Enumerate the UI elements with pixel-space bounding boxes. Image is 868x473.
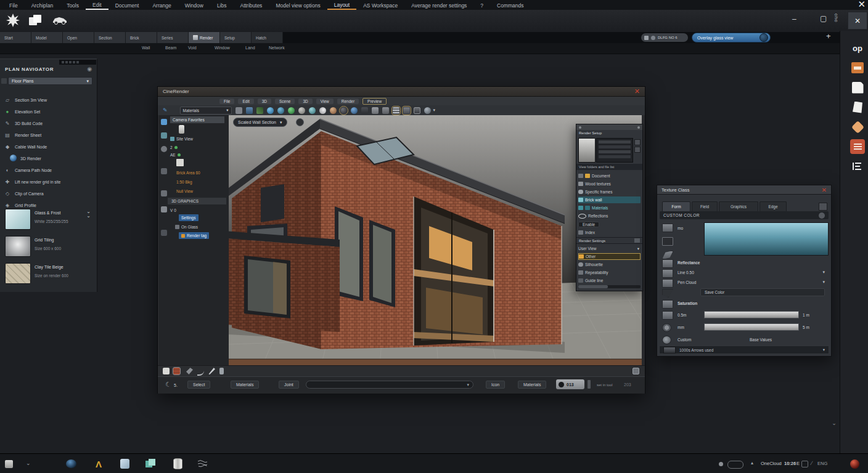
tool-item[interactable]: Land <box>245 46 255 50</box>
globe-icon[interactable] <box>277 107 284 114</box>
tool-item[interactable]: Void <box>188 46 197 50</box>
menu-item[interactable]: AS Workspace <box>356 1 404 9</box>
monitor-icon[interactable] <box>662 237 673 246</box>
shell-icon[interactable] <box>298 107 305 114</box>
user-view-dropdown[interactable]: User View ▾ <box>578 245 639 252</box>
list-tool-icon[interactable] <box>850 159 865 174</box>
object-thumb-small[interactable] <box>176 159 184 166</box>
taskbar-app-icon[interactable] <box>2 458 15 470</box>
nav-item[interactable]: ✎3D Build Code <box>0 118 97 129</box>
render-sphere-icon[interactable] <box>424 107 431 114</box>
white-swatch-icon[interactable] <box>163 368 170 374</box>
earth-icon[interactable] <box>267 107 274 114</box>
close-icon[interactable]: ✕ <box>822 187 827 193</box>
app-close-icon[interactable]: ✕ <box>858 0 866 10</box>
menu-item[interactable]: Window <box>178 1 210 9</box>
brick-swatch-icon[interactable] <box>173 368 180 374</box>
pen-tool-icon[interactable]: ✎ <box>163 107 168 113</box>
nav-item[interactable]: ✚Lift new render grid in site <box>0 176 97 187</box>
swirl-icon[interactable] <box>309 107 316 114</box>
terrain-tool-icon[interactable] <box>256 107 263 114</box>
menu-item-accent[interactable]: Layout <box>327 1 357 10</box>
framed-grid-icon[interactable] <box>403 107 410 114</box>
tray-checkbox[interactable] <box>801 461 808 467</box>
view-selector[interactable]: Overlay glass view <box>692 33 771 42</box>
nav-item[interactable]: ▱Section 3m View <box>0 94 97 105</box>
tree-section[interactable]: 3D GRAPHICS <box>168 198 226 204</box>
tab[interactable]: Hatch <box>252 32 283 43</box>
tree-item[interactable]: V 0 <box>170 207 176 214</box>
menu-chip[interactable]: View <box>316 99 334 104</box>
object-thumb[interactable] <box>179 125 184 134</box>
tree-item-view[interactable]: Brick Area 60 <box>176 169 200 176</box>
sliders-icon[interactable] <box>393 107 399 114</box>
texture-tab[interactable]: Graphics <box>719 201 758 211</box>
palette-item[interactable]: Specific frames <box>578 188 641 195</box>
app-layers-icon[interactable] <box>28 14 42 26</box>
nav-item[interactable]: ◇Clip of Camera <box>0 188 97 199</box>
head-icon[interactable] <box>330 107 337 114</box>
doc-icon[interactable] <box>219 368 224 374</box>
clock[interactable]: 10:26 <box>784 461 796 466</box>
chevron-down-icon[interactable]: ⌄⌄ <box>86 209 91 218</box>
menu-item[interactable]: File <box>2 1 25 9</box>
dark-sphere-icon[interactable] <box>340 107 347 114</box>
line-icon[interactable] <box>662 269 673 278</box>
tool-spheres-icon[interactable] <box>161 132 167 139</box>
texture-panel-titlebar[interactable]: Texture Class ✕ <box>657 185 831 195</box>
pen-tip-icon[interactable] <box>662 289 673 297</box>
menu-item[interactable]: Libs <box>210 1 234 9</box>
taskbar-lambda-icon[interactable]: Λ <box>92 458 105 470</box>
taskbar-layers-icon[interactable] <box>144 458 157 470</box>
screen-icon[interactable] <box>414 107 420 114</box>
globe2-icon[interactable] <box>351 107 358 114</box>
chevron-down-icon[interactable]: ▾ <box>433 108 436 113</box>
taskbar-sphere-icon[interactable] <box>65 458 77 470</box>
window-titlebar[interactable]: CineRender ✕ <box>158 87 645 97</box>
materials-dropdown[interactable]: Materials ▾ <box>180 107 232 115</box>
icon-button[interactable]: Icon <box>486 381 505 389</box>
gear-icon[interactable] <box>662 336 671 344</box>
tool-layers-icon[interactable] <box>161 230 167 236</box>
tray-toggle[interactable] <box>727 461 743 469</box>
panel-grid-icon[interactable] <box>819 203 827 211</box>
menu-chip[interactable]: Render <box>337 99 359 104</box>
brick-tool-icon-active[interactable] <box>850 139 865 154</box>
palette-item[interactable]: Wood textures <box>578 180 641 187</box>
joint-button[interactable]: Joint <box>279 381 299 389</box>
menu-item[interactable]: Model view options <box>269 1 327 9</box>
curve-icon[interactable] <box>197 368 204 376</box>
tree-header[interactable]: Camera Favorites <box>170 116 224 123</box>
nav-item[interactable]: ●Elevation Set <box>0 106 97 117</box>
slider1-icon[interactable] <box>662 311 673 320</box>
menu-item[interactable]: Arrange <box>145 1 178 9</box>
tray-app-label[interactable]: OneCloud <box>761 461 782 466</box>
page2-icon[interactable] <box>850 100 865 115</box>
taskbar-chevron-icon[interactable]: ⌄ <box>26 460 31 466</box>
preview-thumb[interactable] <box>578 138 596 163</box>
palette-item[interactable]: Enable <box>578 221 641 228</box>
page-icon[interactable] <box>850 80 865 95</box>
tab[interactable]: Open <box>63 32 94 43</box>
image-icon[interactable] <box>633 368 639 374</box>
tray-expand-icon[interactable]: ▴ <box>751 460 753 466</box>
texture-tab[interactable]: Field <box>692 201 718 211</box>
menu-chip[interactable]: 3D <box>258 99 271 104</box>
material-card[interactable]: Grid Tiling Size 600 x 600 <box>0 235 97 257</box>
palette-item[interactable]: Silhouette <box>578 261 641 268</box>
palette-item[interactable]: Index <box>578 229 641 236</box>
handle-icon[interactable] <box>588 380 591 389</box>
diamond-icon[interactable] <box>850 119 865 134</box>
pen-cloud-icon[interactable] <box>662 279 673 288</box>
menu-item[interactable]: Commands <box>490 1 530 9</box>
palette-up-button[interactable] <box>634 139 641 145</box>
pen2-icon[interactable] <box>208 368 215 374</box>
palette-item[interactable]: Materials <box>578 204 641 211</box>
slider2-track[interactable] <box>704 323 799 331</box>
nav-item[interactable]: ▤Render Sheet <box>0 129 97 140</box>
navigator-dropdown[interactable]: Floor Plans ▾ <box>8 77 92 85</box>
tab[interactable]: Start <box>0 32 31 43</box>
taskbar-scribble-icon[interactable] <box>196 458 208 470</box>
menu-chip-framed[interactable]: Preview <box>362 98 387 105</box>
tool-ring-icon[interactable] <box>161 146 167 152</box>
